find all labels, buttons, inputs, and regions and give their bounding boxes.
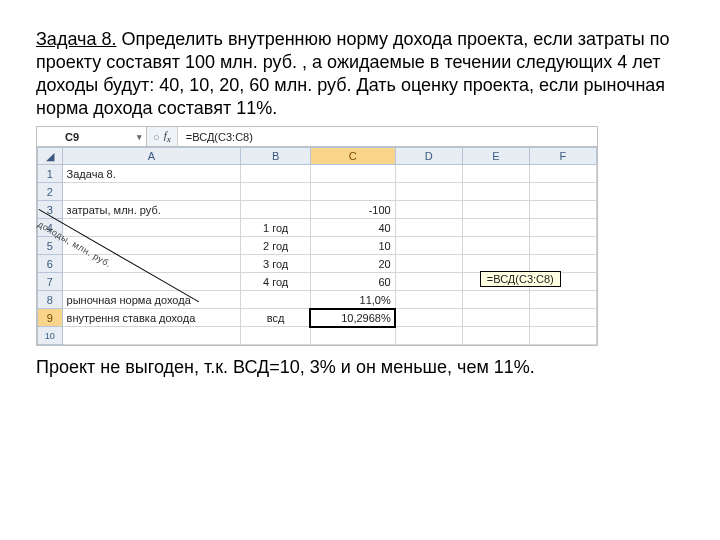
- formula-input[interactable]: =ВСД(C3:C8): [178, 127, 597, 146]
- active-cell-ref: C9: [65, 131, 79, 143]
- cell[interactable]: [529, 291, 596, 309]
- cell[interactable]: [310, 165, 395, 183]
- cell[interactable]: [310, 183, 395, 201]
- cell[interactable]: [529, 237, 596, 255]
- cell[interactable]: 1 год: [241, 219, 310, 237]
- cell[interactable]: [241, 327, 310, 345]
- cell[interactable]: [62, 219, 241, 237]
- row-header[interactable]: 10: [38, 327, 63, 345]
- cell[interactable]: [529, 219, 596, 237]
- cell[interactable]: [241, 291, 310, 309]
- table-row: 2: [38, 183, 597, 201]
- col-header-F[interactable]: F: [529, 148, 596, 165]
- formula-bar: C9 ▾ ○ fx =ВСД(C3:C8): [37, 127, 597, 147]
- table-row: 3 затраты, млн. руб. -100: [38, 201, 597, 219]
- cell[interactable]: [241, 165, 310, 183]
- cell[interactable]: 60: [310, 273, 395, 291]
- col-header-C[interactable]: C: [310, 148, 395, 165]
- cell[interactable]: -100: [310, 201, 395, 219]
- cell[interactable]: [462, 327, 529, 345]
- cell[interactable]: [462, 291, 529, 309]
- col-header-D[interactable]: D: [395, 148, 462, 165]
- dropdown-icon[interactable]: ▾: [137, 132, 142, 142]
- fx-icon[interactable]: fx: [164, 129, 171, 144]
- problem-title: Задача 8.: [36, 29, 116, 49]
- cell[interactable]: 11,0%: [310, 291, 395, 309]
- cell[interactable]: [529, 183, 596, 201]
- table-row: 8 рыночная норма дохода 11,0%: [38, 291, 597, 309]
- cell[interactable]: [395, 255, 462, 273]
- column-header-row: ◢ A B C D E F: [38, 148, 597, 165]
- row-header[interactable]: 8: [38, 291, 63, 309]
- col-header-A[interactable]: A: [62, 148, 241, 165]
- cell[interactable]: 2 год: [241, 237, 310, 255]
- cell[interactable]: [395, 165, 462, 183]
- table-row: 1 Задача 8.: [38, 165, 597, 183]
- circle-icon: ○: [153, 131, 160, 143]
- col-header-E[interactable]: E: [462, 148, 529, 165]
- spreadsheet-grid: ◢ A B C D E F 1 Задача 8. 2: [37, 147, 597, 345]
- cell[interactable]: [241, 183, 310, 201]
- cell[interactable]: [395, 237, 462, 255]
- cell[interactable]: [395, 201, 462, 219]
- cell[interactable]: [529, 255, 596, 273]
- cell[interactable]: 40: [310, 219, 395, 237]
- cell[interactable]: [462, 183, 529, 201]
- cell[interactable]: 20: [310, 255, 395, 273]
- problem-statement: Задача 8. Определить внутреннюю норму до…: [36, 28, 684, 120]
- cell[interactable]: [395, 183, 462, 201]
- cell[interactable]: [462, 219, 529, 237]
- cell[interactable]: внутрення ставка дохода: [62, 309, 241, 327]
- cell[interactable]: [395, 219, 462, 237]
- cell[interactable]: [529, 309, 596, 327]
- table-row: 4 1 год 40: [38, 219, 597, 237]
- cell[interactable]: [310, 327, 395, 345]
- problem-body: Определить внутреннюю норму дохода проек…: [36, 29, 669, 118]
- cell[interactable]: [462, 237, 529, 255]
- table-row: 9 внутрення ставка дохода всд 10,2968%: [38, 309, 597, 327]
- cell[interactable]: [462, 255, 529, 273]
- cell[interactable]: [529, 327, 596, 345]
- excel-screenshot: C9 ▾ ○ fx =ВСД(C3:C8) доходы, млн. руб. …: [36, 126, 598, 346]
- row-header[interactable]: 1: [38, 165, 63, 183]
- cell[interactable]: =ВСД(C3:C8): [395, 273, 462, 291]
- cell[interactable]: затраты, млн. руб.: [62, 201, 241, 219]
- cell[interactable]: [529, 201, 596, 219]
- conclusion-text: Проект не выгоден, т.к. ВСД=10, 3% и он …: [36, 356, 684, 379]
- cell[interactable]: [462, 201, 529, 219]
- cell[interactable]: [241, 201, 310, 219]
- table-row: 10: [38, 327, 597, 345]
- row-header[interactable]: 6: [38, 255, 63, 273]
- cell[interactable]: [62, 255, 241, 273]
- table-row: 7 4 год 60 =ВСД(C3:C8): [38, 273, 597, 291]
- cell[interactable]: [462, 165, 529, 183]
- cell[interactable]: всд: [241, 309, 310, 327]
- cell[interactable]: [62, 327, 241, 345]
- col-header-B[interactable]: B: [241, 148, 310, 165]
- cell[interactable]: [462, 309, 529, 327]
- cell[interactable]: [395, 291, 462, 309]
- select-all-corner[interactable]: ◢: [38, 148, 63, 165]
- cell[interactable]: рыночная норма дохода: [62, 291, 241, 309]
- formula-text: =ВСД(C3:C8): [186, 131, 253, 143]
- table-row: 5 2 год 10: [38, 237, 597, 255]
- cell[interactable]: Задача 8.: [62, 165, 241, 183]
- row-header[interactable]: 2: [38, 183, 63, 201]
- active-cell[interactable]: 10,2968%: [310, 309, 395, 327]
- cell[interactable]: [529, 165, 596, 183]
- cell[interactable]: [395, 309, 462, 327]
- name-box[interactable]: C9 ▾: [37, 127, 147, 146]
- formula-bar-buttons: ○ fx: [147, 127, 178, 146]
- row-header[interactable]: 7: [38, 273, 63, 291]
- cell[interactable]: 4 год: [241, 273, 310, 291]
- cell[interactable]: 10: [310, 237, 395, 255]
- row-header[interactable]: 9: [38, 309, 63, 327]
- cell[interactable]: 3 год: [241, 255, 310, 273]
- cell[interactable]: [395, 327, 462, 345]
- cell[interactable]: [62, 183, 241, 201]
- formula-tooltip: =ВСД(C3:C8): [480, 271, 561, 287]
